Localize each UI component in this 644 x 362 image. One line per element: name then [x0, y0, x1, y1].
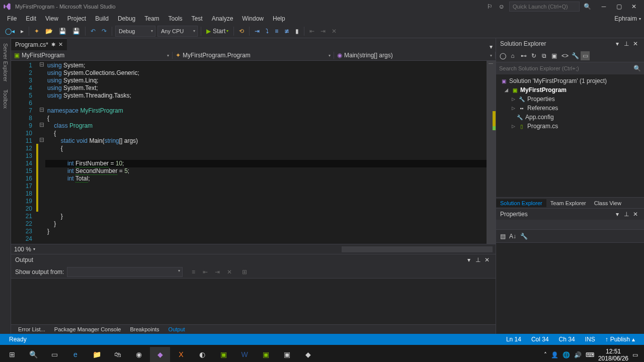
output-next-icon[interactable]: ⇤ — [201, 267, 210, 277]
props-pin-icon[interactable]: ⊥ — [622, 210, 631, 219]
file-explorer-icon[interactable]: 📁 — [87, 347, 107, 362]
close-button[interactable]: ✕ — [627, 2, 641, 12]
menu-file[interactable]: File — [3, 14, 21, 23]
start-button[interactable]: ⊞ — [2, 347, 22, 362]
app4-icon[interactable]: ◆ — [298, 347, 318, 362]
pin-icon[interactable]: ✱ — [51, 42, 55, 47]
categorized-icon[interactable]: ▤ — [498, 232, 507, 241]
xampp-icon[interactable]: X — [171, 347, 191, 362]
next-bookmark-icon[interactable]: ⇥ — [318, 26, 328, 37]
step-into-icon[interactable]: ⇥ — [253, 26, 262, 37]
search-icon[interactable]: 🔍 — [23, 347, 43, 362]
word-icon[interactable]: W — [234, 347, 255, 362]
output-toggle-icon[interactable]: ⊞ — [240, 267, 249, 277]
step-over-icon[interactable]: ⤵ — [264, 26, 271, 37]
tab-class-view[interactable]: Class View — [590, 199, 625, 207]
back-button[interactable]: ◯◂ — [3, 26, 17, 37]
tree-item-appconfig[interactable]: 🔧 App.config — [496, 113, 644, 122]
publish-button[interactable]: ↑ Publish ▴ — [600, 336, 640, 343]
chevron-right-icon[interactable]: ▷ — [510, 97, 516, 102]
props-dropdown-icon[interactable]: ▾ — [613, 210, 622, 219]
open-file-button[interactable]: 📂 — [43, 26, 55, 37]
tray-language-icon[interactable]: ⌨ — [586, 351, 594, 358]
props-close-icon[interactable]: ✕ — [631, 210, 640, 219]
chevron-right-icon[interactable]: ▷ — [510, 106, 516, 111]
forward-button[interactable]: ▸ — [19, 26, 26, 37]
se-preview-icon[interactable]: ▭ — [581, 51, 590, 60]
split-icon[interactable]: — — [489, 61, 493, 66]
minimize-button[interactable]: ─ — [597, 2, 611, 12]
menu-window[interactable]: Window — [238, 14, 268, 23]
tray-chevron-icon[interactable]: ˄ — [544, 351, 547, 358]
edge-icon[interactable]: e — [65, 347, 86, 362]
clear-bookmark-icon[interactable]: ✕ — [330, 26, 339, 37]
redo-button[interactable]: ↷ — [100, 26, 109, 37]
panel-pin-icon[interactable]: ⊥ — [473, 255, 482, 264]
feedback-icon[interactable]: ☺ — [497, 2, 506, 11]
new-project-button[interactable]: ✦ — [32, 26, 41, 37]
se-dropdown-icon[interactable]: ▾ — [613, 39, 622, 48]
undo-button[interactable]: ↶ — [89, 26, 98, 37]
menu-test[interactable]: Test — [188, 14, 207, 23]
task-view-icon[interactable]: ▭ — [44, 347, 64, 362]
chrome-icon[interactable]: ◉ — [129, 347, 149, 362]
prev-bookmark-icon[interactable]: ⇤ — [307, 26, 316, 37]
document-tab[interactable]: Program.cs* ✱ ✕ — [11, 38, 67, 50]
panel-close-icon[interactable]: ✕ — [482, 255, 492, 264]
se-close-icon[interactable]: ✕ — [631, 39, 640, 48]
code-editor[interactable]: 123456789101112131415161718192021222324 … — [11, 61, 496, 244]
menu-tools[interactable]: Tools — [165, 14, 187, 23]
tray-people-icon[interactable]: 👤 — [551, 351, 558, 358]
tray-network-icon[interactable]: 🌐 — [562, 351, 570, 358]
menu-project[interactable]: Project — [63, 14, 90, 23]
user-menu[interactable]: Ephraim▾ — [614, 15, 641, 22]
solution-node[interactable]: ▣ Solution 'MyFirstProgram' (1 project) — [496, 76, 644, 85]
menu-build[interactable]: Build — [91, 14, 113, 23]
properties-grid[interactable] — [496, 243, 644, 334]
panel-dropdown-icon[interactable]: ▾ — [464, 255, 473, 264]
output-prev-icon[interactable]: ≡ — [189, 267, 198, 277]
se-pin-icon[interactable]: ⊥ — [622, 39, 631, 48]
code-content[interactable]: using System;using System.Collections.Ge… — [45, 61, 487, 244]
se-sync-icon[interactable]: ⊷ — [519, 51, 528, 60]
app2-icon[interactable]: ▣ — [256, 347, 276, 362]
se-collapse-icon[interactable]: ⧉ — [539, 51, 548, 60]
tray-clock[interactable]: 12:512018/06/26 — [598, 348, 628, 362]
config-combo[interactable]: Debug — [115, 26, 155, 37]
notifications-icon[interactable]: ⚐ — [485, 2, 494, 11]
tree-item-references[interactable]: ▷ ▪▪ References — [496, 104, 644, 113]
store-icon[interactable]: 🛍 — [108, 347, 128, 362]
horizontal-scrollbar[interactable] — [342, 246, 493, 252]
se-home-icon[interactable]: ⌂ — [508, 51, 517, 60]
menu-view[interactable]: View — [41, 14, 62, 23]
uncomment-icon[interactable]: ≢ — [282, 26, 291, 37]
comment-icon[interactable]: ≡ — [273, 26, 280, 37]
output-clear-icon[interactable]: ⇥ — [213, 267, 222, 277]
close-tab-icon[interactable]: ✕ — [58, 41, 63, 48]
tab-solution-explorer[interactable]: Solution Explorer — [496, 199, 546, 207]
output-tab[interactable]: Output — [165, 325, 189, 333]
platform-combo[interactable]: Any CPU — [157, 26, 198, 37]
chevron-down-icon[interactable]: ◢ — [503, 87, 509, 93]
se-refresh-icon[interactable]: ↻ — [529, 51, 538, 60]
tree-item-programcs[interactable]: ▷ ▯ Program.cs — [496, 122, 644, 131]
zoom-combo[interactable]: 100 %▾ — [14, 246, 35, 253]
maximize-button[interactable]: ▢ — [612, 2, 626, 12]
solution-tree[interactable]: ▣ Solution 'MyFirstProgram' (1 project) … — [496, 74, 644, 197]
output-wrap-icon[interactable]: ✕ — [225, 267, 234, 277]
tray-volume-icon[interactable]: 🔊 — [574, 351, 582, 358]
browser-link-icon[interactable]: ⟲ — [237, 26, 246, 37]
se-code-icon[interactable]: <> — [560, 51, 570, 60]
breakpoints-tab[interactable]: Breakpoints — [126, 325, 164, 333]
menu-analyze[interactable]: Analyze — [208, 14, 237, 23]
project-node[interactable]: ◢ ▣ MyFirstProgram — [496, 85, 644, 95]
vertical-scrollbar[interactable]: — — [487, 61, 496, 244]
menu-debug[interactable]: Debug — [114, 14, 139, 23]
output-source-combo[interactable] — [67, 267, 183, 277]
outlining-margin[interactable]: ⊟⊟⊟⊟ — [38, 61, 45, 244]
error-list-tab[interactable]: Error List... — [14, 325, 49, 333]
server-explorer-tab[interactable]: Server Explorer — [2, 40, 10, 84]
tab-overflow-icon[interactable]: ▾ — [487, 43, 496, 50]
menu-help[interactable]: Help — [269, 14, 289, 23]
props-wrench-icon[interactable]: 🔧 — [519, 232, 528, 241]
